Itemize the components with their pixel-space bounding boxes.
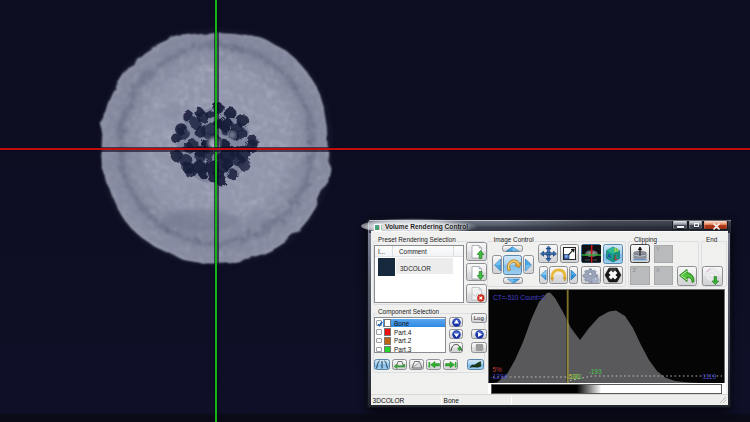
svg-text:H: H xyxy=(614,247,618,253)
svg-text:A: A xyxy=(607,252,611,258)
svg-text:L: L xyxy=(614,254,618,261)
